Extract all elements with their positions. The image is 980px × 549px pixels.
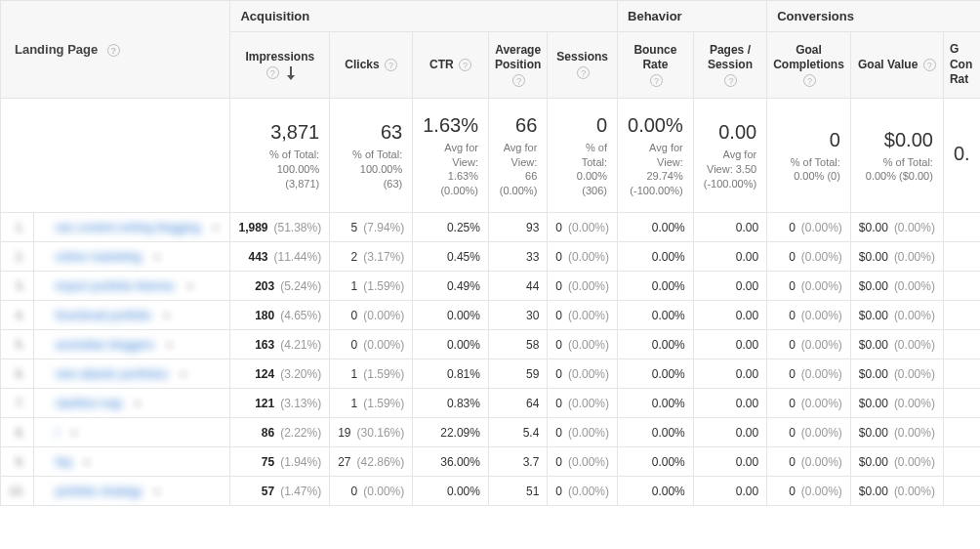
col-header-pages-session[interactable]: Pages / Session ?: [693, 32, 766, 99]
cell-pages-session: 0.00: [693, 330, 766, 359]
landing-page-link[interactable]: faq: [56, 455, 72, 469]
cell-impressions: 180(4.65%): [230, 301, 330, 330]
cell-ctr: 0.00%: [413, 330, 489, 359]
cell-landing-page[interactable]: australian bloggers: [33, 330, 230, 359]
summary-impressions: 3,871 % of Total: 100.00% (3,871): [230, 98, 330, 212]
table-row: 4.thumbnail portfolio180(4.65%)0(0.00%)0…: [1, 301, 981, 330]
summary-avg-position: 66 Avg for View: 66 (0.00%): [488, 98, 547, 212]
cell-goal-conv-rate: [943, 272, 980, 301]
cell-clicks: 27(42.86%): [330, 447, 413, 477]
external-link-icon[interactable]: [184, 280, 196, 292]
help-icon[interactable]: ?: [803, 74, 816, 87]
landing-page-link[interactable]: /: [56, 426, 59, 440]
external-link-icon[interactable]: [161, 310, 173, 321]
cell-goal-completions: 0(0.00%): [767, 447, 851, 477]
cell-ctr: 0.00%: [413, 301, 489, 330]
table-row: 8./86(2.22%)19(30.16%)22.09%5.40(0.00%)0…: [1, 418, 981, 447]
external-link-icon[interactable]: [132, 398, 143, 409]
cell-landing-page[interactable]: online marketing: [33, 242, 230, 272]
cell-goal-value: $0.00(0.00%): [850, 389, 943, 418]
external-link-icon[interactable]: [81, 456, 93, 468]
external-link-icon[interactable]: [210, 222, 222, 233]
col-header-sessions[interactable]: Sessions ?: [548, 32, 618, 99]
cell-landing-page[interactable]: new atlantis portfolios: [33, 359, 230, 389]
row-index: 8.: [1, 418, 34, 447]
row-index: 4.: [1, 301, 34, 330]
help-icon[interactable]: ?: [266, 66, 279, 79]
col-header-goal-conv-rate[interactable]: GConRat: [943, 32, 980, 99]
cell-pages-session: 0.00: [693, 359, 766, 389]
landing-page-link[interactable]: seo content writing blogging: [56, 221, 201, 234]
cell-bounce-rate: 0.00%: [618, 213, 694, 242]
col-header-clicks[interactable]: Clicks ?: [330, 32, 413, 99]
col-header-bounce-rate[interactable]: Bounce Rate ?: [618, 32, 694, 99]
cell-bounce-rate: 0.00%: [618, 418, 694, 447]
sort-desc-icon[interactable]: [286, 66, 296, 80]
landing-page-link[interactable]: new atlantis portfolios: [56, 367, 168, 381]
table-row: 7.startline map121(3.13%)1(1.59%)0.83%64…: [1, 389, 981, 418]
col-header-landing-page[interactable]: Landing Page ?: [1, 1, 230, 99]
help-icon[interactable]: ?: [512, 74, 525, 87]
cell-avg-position: 64: [488, 389, 547, 418]
cell-pages-session: 0.00: [693, 477, 766, 506]
cell-landing-page[interactable]: faq: [33, 447, 230, 477]
external-link-icon[interactable]: [151, 251, 163, 263]
cell-landing-page[interactable]: import portfolio themes: [33, 272, 230, 301]
summary-goal-completions: 0 % of Total: 0.00% (0): [767, 98, 851, 212]
cell-ctr: 22.09%: [413, 418, 489, 447]
cell-clicks: 19(30.16%): [330, 418, 413, 447]
cell-landing-page[interactable]: portfolio strategy: [33, 477, 230, 506]
table-row: 3.import portfolio themes203(5.24%)1(1.5…: [1, 272, 981, 301]
cell-clicks: 2(3.17%): [330, 242, 413, 272]
cell-bounce-rate: 0.00%: [618, 330, 694, 359]
help-icon[interactable]: ?: [459, 59, 471, 71]
cell-ctr: 0.83%: [413, 389, 489, 418]
table-row: 9.faq75(1.94%)27(42.86%)36.00%3.70(0.00%…: [1, 447, 981, 477]
help-icon[interactable]: ?: [724, 74, 737, 87]
help-icon[interactable]: ?: [385, 59, 397, 71]
help-icon[interactable]: ?: [923, 59, 936, 71]
help-icon[interactable]: ?: [650, 74, 663, 87]
external-link-icon[interactable]: [178, 368, 189, 380]
external-link-icon[interactable]: [151, 486, 163, 497]
summary-goal-conv-rate: 0.: [943, 98, 980, 212]
cell-clicks: 1(1.59%): [330, 272, 413, 301]
landing-page-link[interactable]: thumbnail portfolio: [56, 309, 151, 322]
cell-pages-session: 0.00: [693, 272, 766, 301]
table-row: 1.seo content writing blogging1,989(51.3…: [1, 213, 981, 242]
cell-bounce-rate: 0.00%: [618, 359, 694, 389]
cell-goal-completions: 0(0.00%): [767, 242, 851, 272]
cell-ctr: 0.81%: [413, 359, 489, 389]
row-index: 3.: [1, 272, 34, 301]
col-header-impressions[interactable]: Impressions ?: [230, 32, 330, 99]
cell-ctr: 0.00%: [413, 477, 489, 506]
cell-goal-conv-rate: [943, 447, 980, 477]
landing-page-link[interactable]: import portfolio themes: [56, 279, 175, 293]
landing-page-link[interactable]: australian bloggers: [56, 338, 154, 352]
cell-landing-page[interactable]: thumbnail portfolio: [33, 301, 230, 330]
external-link-icon[interactable]: [164, 339, 176, 351]
landing-page-link[interactable]: startline map: [56, 397, 123, 410]
landing-page-link[interactable]: online marketing: [56, 250, 142, 264]
help-icon[interactable]: ?: [577, 66, 590, 79]
cell-avg-position: 30: [488, 301, 547, 330]
summary-pages-session: 0.00 Avg for View: 3.50 (-100.00%): [693, 98, 766, 212]
col-header-ctr[interactable]: CTR ?: [413, 32, 489, 99]
table-row: 2.online marketing443(11.44%)2(3.17%)0.4…: [1, 242, 981, 272]
external-link-icon[interactable]: [68, 427, 80, 439]
cell-landing-page[interactable]: startline map: [33, 389, 230, 418]
cell-bounce-rate: 0.00%: [618, 301, 694, 330]
cell-landing-page[interactable]: /: [33, 418, 230, 447]
col-header-goal-value[interactable]: Goal Value ?: [850, 32, 943, 99]
cell-impressions: 121(3.13%): [230, 389, 330, 418]
cell-sessions: 0(0.00%): [548, 301, 618, 330]
cell-avg-position: 93: [488, 213, 547, 242]
landing-page-link[interactable]: portfolio strategy: [56, 485, 143, 498]
col-header-avg-position[interactable]: Average Position ?: [488, 32, 547, 99]
cell-goal-value: $0.00(0.00%): [850, 477, 943, 506]
cell-landing-page[interactable]: seo content writing blogging: [33, 213, 230, 242]
cell-avg-position: 33: [488, 242, 547, 272]
col-header-goal-completions[interactable]: Goal Completions ?: [767, 32, 851, 99]
cell-impressions: 163(4.21%): [230, 330, 330, 359]
help-icon[interactable]: ?: [107, 44, 120, 57]
